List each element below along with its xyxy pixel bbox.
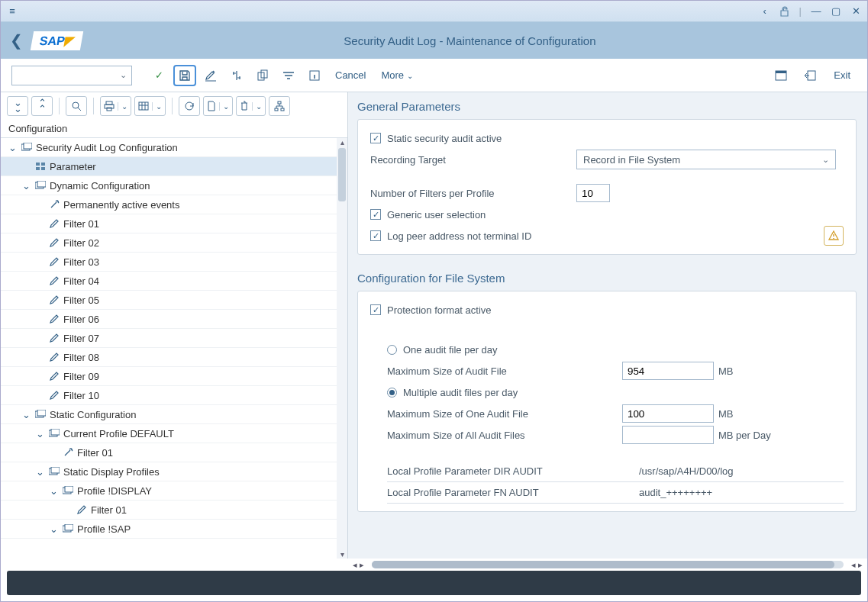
- tree-scrollbar[interactable]: ▴▾: [337, 138, 347, 559]
- pencil-icon: [48, 332, 60, 344]
- svg-rect-31: [65, 524, 73, 530]
- tree-twisty-icon[interactable]: ⌄: [21, 409, 31, 420]
- tree-node[interactable]: ⌄Security Audit Log Configuration: [1, 138, 347, 157]
- export-button[interactable]: ⌄: [134, 96, 166, 116]
- unit-max-file: MB: [714, 365, 734, 377]
- tree-node[interactable]: Filter 07: [1, 329, 347, 348]
- create-button[interactable]: ⌄: [203, 96, 233, 116]
- radio-multiple[interactable]: [387, 388, 397, 398]
- new-window-button[interactable]: [770, 65, 792, 86]
- tree-twisty-icon[interactable]: ⌄: [34, 466, 45, 478]
- exit-button[interactable]: Exit: [828, 69, 857, 81]
- tree-node[interactable]: Filter 05: [1, 291, 347, 310]
- print-button[interactable]: ⌄: [100, 96, 131, 116]
- tree-node-label: Profile !SAP: [77, 523, 131, 535]
- command-field[interactable]: ⌄: [11, 66, 132, 85]
- compare-button[interactable]: [225, 65, 248, 86]
- collapse-all-button[interactable]: ⌃⌃: [31, 96, 53, 116]
- svg-rect-15: [24, 143, 32, 149]
- folder-copy-icon: [48, 465, 60, 478]
- pencil-icon: [76, 504, 88, 516]
- folder-copy-icon: [21, 141, 33, 153]
- tree-node[interactable]: Filter 03: [1, 253, 347, 272]
- menu-icon[interactable]: ≡: [7, 6, 18, 17]
- svg-rect-29: [65, 486, 73, 492]
- hierarchy-button[interactable]: [269, 96, 290, 116]
- tree-node[interactable]: ⌄Profile !SAP: [1, 520, 347, 539]
- maximize-icon[interactable]: ▢: [831, 6, 841, 17]
- tree-node[interactable]: ⌄Static Configuration: [1, 405, 347, 424]
- svg-rect-19: [41, 167, 45, 170]
- tree-node[interactable]: Filter 08: [1, 348, 347, 367]
- accept-button[interactable]: ✓: [147, 65, 170, 86]
- tree-twisty-icon[interactable]: ⌄: [48, 485, 59, 497]
- chk-log-peer[interactable]: [370, 230, 381, 241]
- tree-twisty-icon[interactable]: ⌄: [21, 180, 31, 192]
- tree-node[interactable]: ⌄Current Profile DEFAULT: [1, 424, 347, 443]
- tree-node[interactable]: Filter 09: [1, 367, 347, 386]
- back-button[interactable]: ❮: [10, 31, 23, 50]
- exit-window-button[interactable]: [799, 65, 821, 86]
- tree[interactable]: ⌄Security Audit Log ConfigurationParamet…: [1, 138, 347, 559]
- input-max-all[interactable]: [622, 426, 714, 444]
- filter-button[interactable]: [277, 65, 300, 86]
- chk-static-active[interactable]: [370, 133, 381, 143]
- more-button[interactable]: More ⌄: [375, 69, 418, 81]
- chk-protection[interactable]: [370, 304, 381, 315]
- tree-node[interactable]: Parameter: [1, 157, 347, 176]
- input-max-one[interactable]: [622, 404, 714, 423]
- lbl-recording-target: Recording Target: [370, 154, 576, 166]
- tree-node[interactable]: ⌄Profile !DISPLAY: [1, 481, 347, 501]
- tree-node[interactable]: Filter 02: [1, 233, 347, 253]
- tree-header: Configuration: [1, 120, 347, 138]
- warning-button[interactable]: [824, 226, 844, 246]
- tree-node[interactable]: Filter 06: [1, 310, 347, 329]
- section-fileconfig-title: Configuration for File System: [357, 264, 857, 291]
- refresh-button[interactable]: [179, 96, 200, 116]
- section-general-title: General Parameters: [357, 92, 857, 119]
- lbl-protection: Protection format active: [387, 304, 492, 316]
- delete-button[interactable]: ⌄: [236, 96, 266, 116]
- lbl-one-per-day: One audit file per day: [403, 344, 498, 356]
- select-recording-target[interactable]: Record in File System⌄: [576, 150, 836, 169]
- lbl-num-filters: Number of Filters per Profile: [370, 188, 576, 199]
- close-icon[interactable]: ✕: [850, 6, 861, 17]
- svg-point-6: [73, 102, 79, 108]
- svg-rect-27: [51, 467, 60, 473]
- minimize-icon[interactable]: —: [811, 6, 821, 17]
- tree-toolbar: ⌄⌄ ⌃⌃ ⌄ ⌄: [1, 92, 347, 120]
- tree-node[interactable]: Filter 04: [1, 272, 347, 291]
- svg-rect-21: [37, 181, 46, 187]
- tree-twisty-icon[interactable]: ⌄: [34, 428, 45, 439]
- tree-node[interactable]: Filter 01: [1, 443, 347, 462]
- tree-twisty-icon[interactable]: ⌄: [48, 523, 59, 535]
- nav-left-icon[interactable]: ‹: [760, 6, 770, 17]
- input-max-file[interactable]: [622, 362, 714, 380]
- unlock-icon[interactable]: [779, 6, 790, 17]
- pencil-icon: [48, 237, 60, 249]
- tree-node[interactable]: ⌄Dynamic Configuration: [1, 176, 347, 195]
- cancel-button[interactable]: Cancel: [329, 69, 372, 81]
- edit-button[interactable]: [199, 65, 222, 86]
- unit-max-all: MB per Day: [714, 430, 771, 441]
- expand-all-button[interactable]: ⌄⌄: [7, 96, 28, 116]
- tree-node-label: Filter 08: [63, 352, 99, 363]
- tree-node[interactable]: Permanently active events: [1, 195, 347, 214]
- tree-twisty-icon[interactable]: ⌄: [7, 142, 18, 153]
- chk-generic-user[interactable]: [370, 209, 381, 220]
- radio-one-per-day[interactable]: [387, 345, 397, 355]
- pencil-icon: [48, 294, 60, 306]
- save-button[interactable]: [173, 65, 196, 86]
- pencil-icon: [48, 351, 60, 363]
- input-num-filters[interactable]: [576, 184, 610, 202]
- tree-node[interactable]: ⌄Static Display Profiles: [1, 462, 347, 481]
- tree-node[interactable]: Filter 01: [1, 501, 347, 520]
- copy-button[interactable]: [251, 65, 274, 86]
- hscroll-bar[interactable]: ◂ ▸ ◂ ▸: [1, 559, 867, 571]
- tree-node[interactable]: Filter 10: [1, 386, 347, 405]
- info-button[interactable]: [303, 65, 326, 86]
- find-button[interactable]: [66, 96, 87, 116]
- folder-copy-icon: [62, 523, 74, 535]
- tree-node[interactable]: Filter 01: [1, 214, 347, 233]
- folder-copy-icon: [34, 179, 47, 192]
